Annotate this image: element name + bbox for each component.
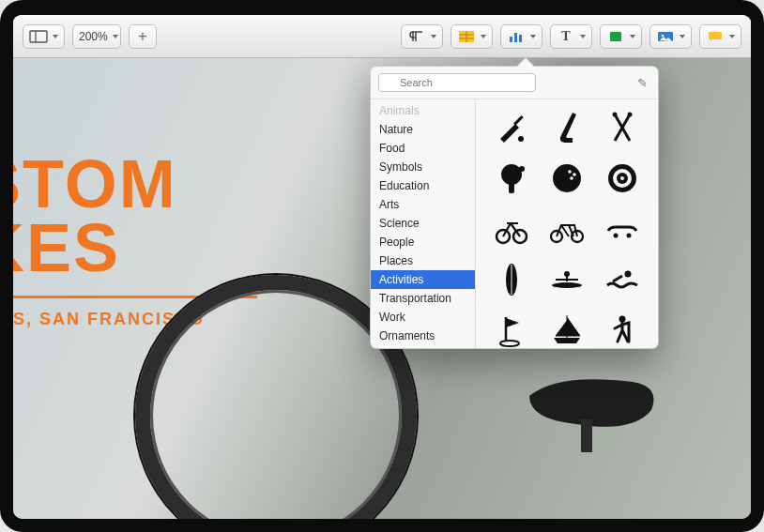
svg-point-39 <box>625 271 632 278</box>
category-item[interactable]: Transportation <box>371 289 475 308</box>
insert-media-button[interactable] <box>649 24 692 49</box>
svg-point-38 <box>564 271 570 277</box>
shape-icon <box>606 29 625 44</box>
category-item[interactable]: Education <box>371 176 475 195</box>
target-icon[interactable] <box>600 158 645 199</box>
swimmer-icon[interactable] <box>600 259 645 300</box>
title-line-1: STOM <box>13 152 257 216</box>
pen-icon: ✎ <box>637 76 648 90</box>
svg-point-15 <box>518 136 524 142</box>
svg-rect-6 <box>510 37 512 42</box>
paragraph-style-button[interactable] <box>401 24 443 49</box>
svg-rect-0 <box>30 31 47 42</box>
svg-point-34 <box>627 234 632 238</box>
category-item[interactable]: People <box>371 233 475 251</box>
svg-point-11 <box>662 34 665 37</box>
app-window: 200% + T STOM KES S, SAN FRANCISCO 🔍 ✎ <box>0 0 764 532</box>
category-item[interactable]: Places <box>371 251 475 270</box>
svg-point-16 <box>613 113 618 117</box>
tandem-bicycle-icon[interactable] <box>544 208 589 250</box>
media-icon <box>656 29 675 44</box>
chart-icon <box>507 29 526 44</box>
svg-point-28 <box>620 176 624 180</box>
svg-point-33 <box>614 234 619 238</box>
insert-comment-button[interactable] <box>699 24 741 49</box>
svg-point-22 <box>568 170 572 174</box>
svg-rect-13 <box>581 419 592 452</box>
golf-flag-icon[interactable] <box>489 310 534 348</box>
shapes-popover: 🔍 ✎ Animals Nature Food Symbols Educatio… <box>370 66 659 349</box>
category-item[interactable]: Food <box>371 139 475 158</box>
svg-rect-19 <box>509 183 514 193</box>
ski-poles-icon[interactable] <box>600 107 645 148</box>
text-icon: T <box>557 29 575 44</box>
shapes-grid[interactable] <box>476 99 658 348</box>
category-item[interactable]: Nature <box>371 120 475 139</box>
surfboard-icon[interactable] <box>489 259 534 300</box>
paragraph-icon <box>407 29 426 44</box>
svg-point-20 <box>519 166 525 172</box>
insert-table-button[interactable] <box>451 24 493 49</box>
add-page-button[interactable]: + <box>129 24 157 49</box>
zoom-value: 200% <box>79 30 108 43</box>
svg-point-41 <box>500 341 519 346</box>
insert-chart-button[interactable] <box>500 24 542 49</box>
view-menu-button[interactable] <box>23 24 65 49</box>
popover-search-row: 🔍 ✎ <box>371 67 658 99</box>
category-item[interactable]: Symbols <box>371 158 475 176</box>
svg-point-21 <box>553 164 581 192</box>
svg-rect-14 <box>513 115 524 126</box>
toolbar: 200% + T <box>13 15 751 58</box>
view-layout-icon <box>29 29 48 44</box>
bowling-ball-icon[interactable] <box>544 158 589 199</box>
insert-shape-button[interactable] <box>600 24 642 49</box>
svg-rect-8 <box>519 35 522 42</box>
category-item-selected[interactable]: Activities <box>371 270 475 289</box>
plus-icon: + <box>138 27 147 46</box>
svg-rect-12 <box>709 32 722 39</box>
hockey-stick-icon[interactable] <box>544 107 589 148</box>
svg-point-24 <box>570 176 573 180</box>
svg-point-18 <box>501 164 522 185</box>
category-item[interactable]: Science <box>371 214 475 233</box>
insert-text-button[interactable]: T <box>550 24 592 49</box>
rowing-icon[interactable] <box>544 259 589 300</box>
comment-icon <box>706 29 725 44</box>
draw-shape-button[interactable]: ✎ <box>634 74 650 91</box>
shape-search-input[interactable] <box>378 73 536 92</box>
svg-rect-7 <box>514 33 517 42</box>
category-item[interactable]: Work <box>371 308 475 327</box>
sailboat-icon[interactable] <box>544 310 589 348</box>
category-item[interactable]: Arts <box>371 195 475 214</box>
bike-seat <box>520 368 661 452</box>
svg-point-37 <box>552 282 582 288</box>
category-item[interactable]: Ornaments <box>371 327 475 345</box>
svg-point-23 <box>573 173 576 176</box>
category-item[interactable]: Animals <box>371 101 475 120</box>
hiker-icon[interactable] <box>600 310 645 348</box>
svg-rect-9 <box>610 32 621 41</box>
skateboard-icon[interactable] <box>600 208 645 250</box>
title-line-2: KES <box>13 216 257 280</box>
svg-point-17 <box>628 113 633 117</box>
ping-pong-icon[interactable] <box>489 158 534 199</box>
zoom-select[interactable]: 200% <box>72 24 121 49</box>
bicycle-icon[interactable] <box>489 208 534 250</box>
category-list[interactable]: Animals Nature Food Symbols Education Ar… <box>371 99 476 348</box>
table-icon <box>457 29 476 44</box>
cricket-bat-icon[interactable] <box>489 107 534 148</box>
